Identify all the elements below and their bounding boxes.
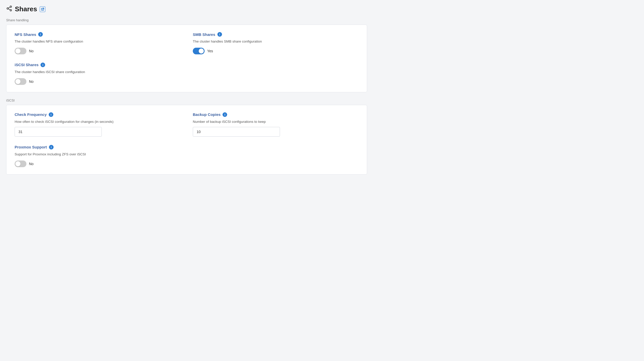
external-link-icon[interactable] [40, 6, 45, 12]
proxmox-toggle-row: No [15, 161, 180, 167]
smb-shares-header: SMB Shares i [193, 32, 359, 37]
share-handling-label: Share handling [6, 18, 367, 22]
smb-toggle[interactable] [193, 48, 205, 54]
page-header: Shares [6, 5, 367, 13]
svg-line-4 [8, 7, 10, 8]
iscsi-shares-toggle[interactable] [15, 78, 26, 85]
iscsi-section: iSCSI Check Frequency i How often to che… [6, 98, 367, 175]
backup-copies-label: Backup Copies [193, 112, 220, 117]
proxmox-toggle[interactable] [15, 161, 26, 167]
backup-copies-group: Backup Copies i Number of backup iSCSI c… [193, 112, 359, 137]
iscsi-card: Check Frequency i How often to check iSC… [6, 105, 367, 175]
iscsi-shares-description: The cluster handles iSCSI share configur… [15, 70, 180, 75]
iscsi-shares-info-icon[interactable]: i [41, 63, 45, 67]
share-handling-grid: NFS Shares i The cluster handles NFS sha… [15, 32, 359, 85]
page-title: Shares [15, 5, 37, 13]
proxmox-toggle-track[interactable] [15, 161, 26, 167]
smb-shares-label: SMB Shares [193, 32, 215, 37]
proxmox-toggle-label: No [29, 162, 34, 166]
smb-shares-group: SMB Shares i The cluster handles SMB sha… [193, 32, 359, 54]
smb-toggle-label: Yes [207, 49, 213, 53]
check-frequency-header: Check Frequency i [15, 112, 180, 117]
iscsi-shares-toggle-track[interactable] [15, 78, 26, 85]
nfs-shares-label: NFS Shares [15, 32, 36, 37]
backup-copies-description: Number of backup iSCSI configurations to… [193, 119, 359, 124]
nfs-shares-description: The cluster handles NFS share configurat… [15, 39, 180, 44]
smb-shares-description: The cluster handles SMB share configurat… [193, 39, 359, 44]
check-frequency-description: How often to check iSCSI configuration f… [15, 119, 180, 124]
smb-shares-info-icon[interactable]: i [217, 32, 222, 37]
nfs-toggle-row: No [15, 48, 180, 54]
iscsi-shares-label: iSCSI Shares [15, 63, 38, 67]
proxmox-support-header: Proxmox Support i [15, 145, 180, 149]
iscsi-shares-toggle-label: No [29, 79, 34, 84]
proxmox-toggle-thumb [15, 161, 21, 166]
backup-copies-info-icon[interactable]: i [223, 112, 227, 117]
svg-line-5 [42, 8, 44, 9]
iscsi-shares-toggle-row: No [15, 78, 180, 85]
check-frequency-label: Check Frequency [15, 112, 47, 117]
nfs-shares-group: NFS Shares i The cluster handles NFS sha… [15, 32, 180, 54]
iscsi-shares-header: iSCSI Shares i [15, 63, 180, 67]
smb-toggle-row: Yes [193, 48, 359, 54]
shares-icon [6, 5, 12, 13]
nfs-toggle-label: No [29, 49, 34, 53]
nfs-toggle[interactable] [15, 48, 26, 54]
smb-toggle-track[interactable] [193, 48, 205, 54]
nfs-shares-header: NFS Shares i [15, 32, 180, 37]
iscsi-shares-group: iSCSI Shares i The cluster handles iSCSI… [15, 63, 180, 85]
nfs-toggle-track[interactable] [15, 48, 26, 54]
proxmox-support-label: Proxmox Support [15, 145, 47, 149]
nfs-shares-info-icon[interactable]: i [38, 32, 43, 37]
svg-line-3 [8, 9, 10, 10]
proxmox-support-group: Proxmox Support i Support for Proxmox in… [15, 145, 180, 167]
smb-toggle-thumb [199, 48, 204, 54]
check-frequency-group: Check Frequency i How often to check iSC… [15, 112, 180, 137]
iscsi-shares-toggle-thumb [15, 79, 21, 84]
backup-copies-header: Backup Copies i [193, 112, 359, 117]
iscsi-section-label: iSCSI [6, 98, 367, 102]
proxmox-support-description: Support for Proxmox including ZFS over i… [15, 152, 180, 157]
backup-copies-input[interactable] [193, 127, 280, 137]
proxmox-support-info-icon[interactable]: i [49, 145, 54, 149]
nfs-toggle-thumb [15, 48, 21, 54]
check-frequency-input[interactable] [15, 127, 102, 137]
check-frequency-info-icon[interactable]: i [49, 112, 53, 117]
share-handling-card: NFS Shares i The cluster handles NFS sha… [6, 25, 367, 92]
share-handling-section: Share handling NFS Shares i The cluster … [6, 18, 367, 92]
iscsi-card-grid: Check Frequency i How often to check iSC… [15, 112, 359, 167]
